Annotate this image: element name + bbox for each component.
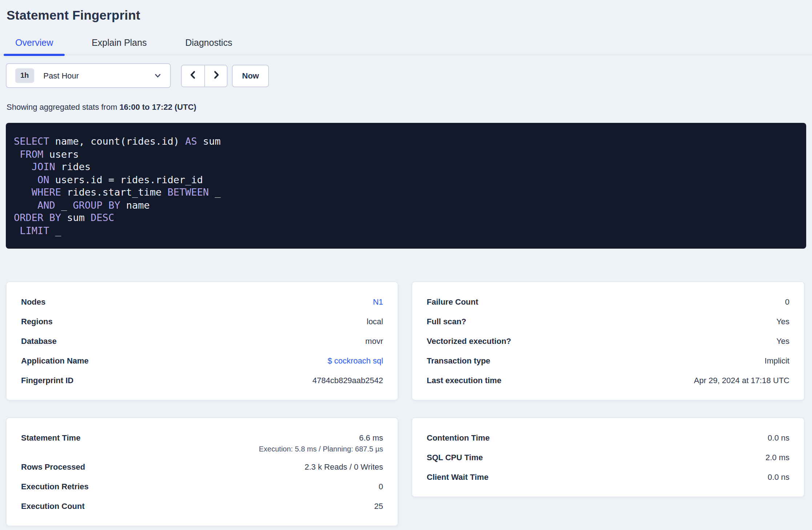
time-range-label: Past Hour [43, 71, 79, 80]
card-row: Full scan?Yes [427, 312, 789, 331]
card-row: Databasemovr [21, 331, 383, 351]
sql-keyword: JOIN [32, 161, 55, 172]
row-label: Fingerprint ID [21, 376, 73, 385]
sql-keyword: AS [185, 135, 197, 147]
sql-line: SELECT name, count(rides.id) AS sum [14, 135, 797, 148]
row-label: Client Wait Time [427, 473, 489, 481]
time-nav [181, 64, 228, 87]
sql-text [14, 161, 32, 172]
card-row: Execution Count25 [21, 496, 383, 516]
toolbar: 1h Past Hour Now [6, 63, 812, 88]
sql-keyword: BETWEEN [168, 186, 209, 198]
row-value: Yes [776, 336, 789, 346]
row-label: Execution Retries [21, 482, 89, 491]
card-row: SQL CPU Time2.0 ms [427, 447, 789, 467]
row-value: 0.0 ns [768, 472, 789, 482]
row-value: local [367, 316, 383, 326]
row-value: Apr 29, 2024 at 17:18 UTC [694, 375, 789, 385]
row-value: 2.0 ms [765, 452, 789, 462]
row-label: Rows Processed [21, 462, 85, 471]
card-row: Vectorized execution?Yes [427, 331, 789, 351]
chevron-down-icon [154, 72, 161, 79]
tab-explain-plans[interactable]: Explain Plans [80, 38, 158, 55]
row-label: Last execution time [427, 376, 501, 385]
sql-text: name, count(rides.id) [49, 135, 185, 147]
sql-text [14, 224, 20, 236]
stats-range: 16:00 to 17:22 (UTC) [120, 103, 197, 111]
row-label: Contention Time [427, 433, 490, 442]
row-value-link[interactable]: $ cockroach sql [327, 356, 383, 366]
row-value: 0 [379, 481, 383, 491]
row-label: Transaction type [427, 356, 490, 365]
cards-grid: NodesN1RegionslocalDatabasemovrApplicati… [6, 281, 806, 526]
prev-time-button[interactable] [182, 65, 204, 86]
sql-box: SELECT name, count(rides.id) AS sum FROM… [6, 123, 806, 249]
row-label: Execution Count [21, 502, 85, 510]
page-title: Statement Fingerprint [0, 0, 812, 23]
card-row: Application Name$ cockroach sql [21, 351, 383, 370]
card-row: Fingerprint ID4784cb829aab2542 [21, 370, 383, 390]
sql-text: sum [61, 212, 91, 223]
card-row: Contention Time0.0 ns [427, 428, 789, 447]
sql-text: _ [209, 186, 221, 198]
time-range-picker[interactable]: 1h Past Hour [6, 63, 171, 88]
row-label: Application Name [21, 356, 89, 365]
tab-overview[interactable]: Overview [4, 38, 65, 55]
row-value: Yes [776, 316, 789, 326]
stats-line: Showing aggregated stats from 16:00 to 1… [7, 102, 812, 112]
card-row: Rows Processed2.3 k Reads / 0 Writes [21, 457, 383, 477]
row-subvalue: Execution: 5.8 ms / Planning: 687.5 µs [259, 444, 383, 454]
sql-text [14, 148, 20, 160]
sql-keyword: AND [37, 199, 55, 210]
summary-card-left: NodesN1RegionslocalDatabasemovrApplicati… [6, 281, 398, 401]
sql-keyword: DESC [91, 212, 114, 223]
row-label: Vectorized execution? [427, 337, 511, 345]
row-value: movr [365, 336, 383, 346]
row-value: 25 [374, 501, 383, 511]
row-value: 0 [785, 297, 789, 307]
sql-line: WHERE rides.start_time BETWEEN _ [14, 186, 797, 199]
sql-text: rides.start_time [61, 186, 168, 198]
sql-text: _ [49, 224, 61, 236]
card-row: NodesN1 [21, 292, 383, 312]
row-value: 2.3 k Reads / 0 Writes [305, 462, 383, 472]
stats-prefix: Showing aggregated stats from [7, 103, 120, 111]
sql-keyword: ORDER BY [14, 212, 61, 223]
sql-line: JOIN rides [14, 161, 797, 173]
sql-text: name [120, 199, 150, 210]
sql-text: rides [55, 161, 91, 172]
card-row: Failure Count0 [427, 292, 789, 312]
now-button[interactable]: Now [232, 64, 269, 87]
sql-keyword: GROUP BY [73, 199, 120, 210]
row-value-link[interactable]: N1 [373, 297, 383, 307]
sql-keyword: FROM [20, 148, 43, 160]
sql-keyword: LIMIT [20, 224, 49, 236]
row-label: Nodes [21, 297, 45, 306]
chevron-right-icon [212, 70, 220, 81]
row-label: Regions [21, 317, 53, 326]
tab-diagnostics[interactable]: Diagnostics [174, 38, 244, 55]
time-range-badge: 1h [15, 68, 34, 83]
chevron-left-icon [189, 70, 197, 81]
timings-card-right: Contention Time0.0 nsSQL CPU Time2.0 msC… [411, 417, 805, 497]
sql-text: users.id = rides.rider_id [49, 173, 203, 185]
next-time-button[interactable] [204, 65, 227, 86]
card-row: Statement Time6.6 msExecution: 5.8 ms / … [21, 428, 383, 457]
summary-card-right: Failure Count0Full scan?YesVectorized ex… [411, 281, 805, 401]
card-row: Regionslocal [21, 312, 383, 331]
card-row: Transaction typeImplicit [427, 351, 789, 370]
sql-text: _ [55, 199, 73, 210]
row-label: Database [21, 337, 57, 345]
statement-fingerprint-page: Statement Fingerprint OverviewExplain Pl… [0, 0, 812, 530]
sql-keyword: SELECT [14, 135, 49, 147]
sql-text: users [43, 148, 79, 160]
sql-line: FROM users [14, 148, 797, 161]
sql-line: ON users.id = rides.rider_id [14, 173, 797, 186]
sql-keyword: WHERE [32, 186, 61, 198]
tabs: OverviewExplain PlansDiagnostics [0, 38, 812, 55]
card-row: Execution Retries0 [21, 477, 383, 496]
row-value: 0.0 ns [768, 433, 789, 443]
row-label: Failure Count [427, 297, 478, 306]
sql-text [14, 186, 32, 198]
row-value: 4784cb829aab2542 [312, 375, 383, 385]
